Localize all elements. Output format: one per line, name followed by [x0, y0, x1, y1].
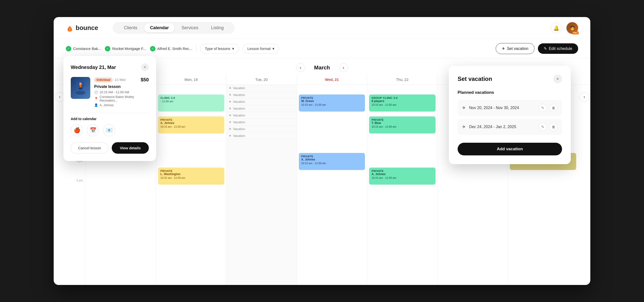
lesson-name: Private lesson	[94, 85, 149, 89]
cancel-lesson-button[interactable]: Cancel lesson	[71, 142, 108, 154]
event-private-mon1[interactable]: PRIVATE A. Johnes 10:15 am - 11:00 am	[158, 116, 224, 134]
event-group-thu-type: GROUP CLINIC 3.0	[372, 96, 433, 99]
view-details-button[interactable]: View details	[112, 142, 149, 154]
lesson-price: $50	[141, 77, 149, 83]
vacation-delete-1[interactable]: 🗑	[549, 104, 558, 112]
avatar[interactable]: 🧑 PRO	[566, 22, 578, 34]
popup-actions: Cancel lesson View details	[71, 142, 149, 154]
event-private-mon2-name: L. Washington	[160, 172, 222, 176]
event-private-mon1-type: PRIVATE	[160, 118, 222, 121]
event-private-wed1[interactable]: PRIVATE W. Green 10:15 am - 11:00 am	[299, 95, 365, 112]
vacation-icon-4: ✈	[229, 107, 232, 110]
nav-calendar[interactable]: Calendar	[144, 23, 175, 32]
vacation-icon-1: ✈	[229, 86, 232, 90]
vacation-label-4: Vacation	[233, 107, 245, 110]
vacation-label-7: Vacation	[233, 127, 245, 131]
toolbar: ✓ Constance Bak... ✓ Rocket Mortgage F..…	[54, 39, 590, 58]
type-of-lessons-chevron: ▾	[232, 46, 234, 51]
lesson-instructor-meta: 👤 A. Johnes	[94, 103, 149, 107]
filter-alfred[interactable]: ✓ Alfred E. Smith Rec...	[150, 46, 192, 51]
vacation-1: ✈ Vacation	[226, 85, 297, 92]
vacation-date-range-2: Dec 24, 2024 - Jan 2, 2025	[469, 125, 538, 129]
event-clinic-mon-time: - 11:00 am	[160, 100, 222, 103]
calendar-icon-group: 🍎 📅 📧	[71, 124, 149, 136]
lesson-location-meta: 📍 Constance Baker Motley Recreation...	[94, 95, 149, 102]
next-week-button[interactable]: ›	[579, 92, 589, 102]
vacation-2: ✈ Vacation	[226, 92, 297, 98]
next-month-button[interactable]: ›	[339, 63, 348, 72]
lesson-popup-title: Wednesday 21, Mar	[71, 65, 116, 70]
header: bounce Clients Calendar Services Listing…	[54, 17, 590, 39]
vacation-delete-2[interactable]: 🗑	[549, 123, 558, 131]
vacation-icon-3: ✈	[229, 100, 232, 104]
event-private-wed2-type: PRIVATE	[301, 155, 363, 158]
lesson-instructor-text: A. Johnes	[100, 103, 114, 107]
set-vacation-button[interactable]: ✈ Set vacation	[496, 43, 534, 54]
filter-constance-label: Constance Bak...	[73, 46, 101, 51]
filter-rocket[interactable]: ✓ Rocket Mortgage F...	[105, 46, 146, 51]
lesson-popup: Wednesday 21, Mar × Individual 1/1 fille…	[64, 56, 156, 161]
vacation-popup-header: Set vacation ×	[458, 75, 562, 83]
vacation-edit-1[interactable]: ✎	[538, 104, 547, 112]
day-header-tue20: Tue, 20	[226, 75, 297, 85]
vacation-popup-close[interactable]: ×	[553, 75, 562, 83]
main-nav: Clients Calendar Services Listing	[113, 22, 235, 34]
logo: bounce	[66, 24, 98, 32]
event-group-thu-sub: 8 players	[372, 99, 433, 103]
col-mon19[interactable]: CLINIC 3.0 - 11:00 am PRIVATE A. Johnes …	[156, 85, 226, 285]
col-thu22[interactable]: GROUP CLINIC 3.0 8 players 10:15 am - 11…	[367, 85, 438, 285]
notifications-button[interactable]: 🔔	[551, 23, 562, 33]
edit-schedule-button[interactable]: ✎ Edit schedule	[538, 43, 578, 54]
event-group-thu[interactable]: GROUP CLINIC 3.0 8 players 10:15 am - 11…	[369, 95, 436, 112]
day-header-mon19: Mon, 19	[156, 75, 226, 85]
event-private-thu2-name: A. Johnes	[372, 172, 433, 176]
vacation-label-8: Vacation	[233, 134, 245, 138]
outlook-icon: 📧	[106, 127, 112, 134]
set-vacation-label: Set vacation	[507, 46, 528, 51]
event-private-mon1-name: A. Johnes	[160, 121, 222, 125]
lesson-card: Individual 1/1 filled $50 Private lesson…	[71, 77, 149, 108]
google-calendar-btn[interactable]: 📅	[87, 124, 99, 136]
lesson-format-dropdown[interactable]: Lesson format ▾	[243, 44, 279, 54]
svg-point-0	[76, 91, 86, 95]
edit-schedule-label: Edit schedule	[549, 46, 572, 51]
vacation-item-2: ✈ Dec 24, 2024 - Jan 2, 2025 ✎ 🗑	[458, 119, 562, 135]
event-private-wed2[interactable]: PRIVATE A. Johnes 10:15 am - 11:00 am	[299, 153, 365, 170]
popup-separator	[71, 113, 149, 113]
lesson-time-text: 10:15 AM - 11:00 AM	[100, 90, 129, 94]
col-tue20[interactable]: ✈ Vacation ✈ Vacation ✈ Vacation ✈ Vacat…	[226, 85, 297, 285]
event-private-wed1-type: PRIVATE	[301, 96, 363, 99]
check-icon-constance: ✓	[66, 46, 71, 51]
prev-icon: ‹	[300, 65, 301, 70]
event-clinic-mon[interactable]: CLINIC 3.0 - 11:00 am	[158, 95, 224, 112]
add-vacation-button[interactable]: Add vacation	[458, 143, 562, 155]
type-of-lessons-dropdown[interactable]: Type of lessons ▾	[200, 44, 239, 54]
nav-listing[interactable]: Listing	[205, 23, 230, 32]
nav-services[interactable]: Services	[176, 23, 204, 32]
col-wed21[interactable]: PRIVATE W. Green 10:15 am - 11:00 am PRI…	[297, 85, 367, 285]
lesson-popup-close[interactable]: ×	[141, 63, 149, 71]
filter-alfred-label: Alfred E. Smith Rec...	[157, 46, 192, 51]
apple-calendar-btn[interactable]: 🍎	[71, 124, 83, 136]
vacation-label-5: Vacation	[233, 114, 245, 117]
event-private-mon2[interactable]: PRIVATE L. Washington 10:15 am - 11:00 a…	[158, 167, 224, 185]
outlook-calendar-btn[interactable]: 📧	[103, 124, 115, 136]
filter-constance[interactable]: ✓ Constance Bak...	[66, 46, 101, 51]
prev-week-button[interactable]: ‹	[55, 92, 65, 102]
event-private-thu1[interactable]: PRIVATE T. Blue 10:15 am - 11:00 am	[369, 116, 436, 134]
vacation-icon-6: ✈	[229, 120, 232, 124]
event-private-mon2-time: 10:15 am - 11:00 am	[160, 176, 222, 179]
event-private-thu2[interactable]: PRIVATE A. Johnes 10:15 am - 11:00 am	[369, 167, 436, 185]
vacation-item-icon-2: ✈	[462, 124, 466, 130]
vacation-edit-2[interactable]: ✎	[538, 123, 547, 131]
vacation-actions-2: ✎ 🗑	[538, 123, 558, 131]
nav-clients[interactable]: Clients	[118, 23, 143, 32]
lesson-popup-header: Wednesday 21, Mar ×	[71, 63, 149, 71]
vacation-label-6: Vacation	[233, 120, 245, 124]
lesson-type-tag: Individual	[94, 77, 113, 82]
prev-month-button[interactable]: ‹	[296, 63, 305, 72]
vacation-icon-7: ✈	[229, 127, 232, 131]
header-right: 🔔 🧑 PRO	[551, 22, 578, 34]
vacation-actions-1: ✎ 🗑	[538, 104, 558, 112]
lesson-image	[71, 77, 90, 99]
